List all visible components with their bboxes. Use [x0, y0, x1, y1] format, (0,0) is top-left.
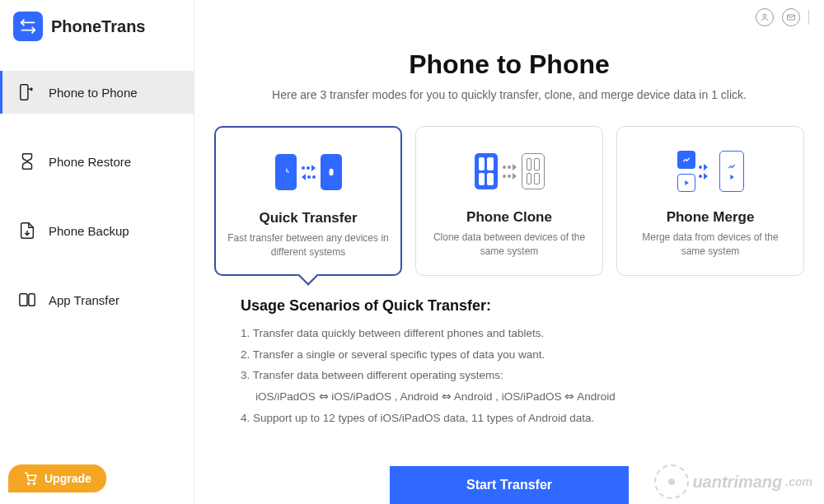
- topbar-divider: [808, 10, 809, 25]
- card-quick-transfer[interactable]: Quick Transfer Fast transfer between any…: [214, 126, 402, 276]
- nav: Phone to Phone Phone Restore Phone Backu…: [0, 71, 194, 321]
- scenarios: Usage Scenarios of Quick Transfer: 1. Tr…: [214, 297, 804, 428]
- app-transfer-icon: [17, 290, 37, 310]
- card-desc: Merge data from devices of the same syst…: [625, 231, 795, 259]
- svg-rect-2: [29, 294, 35, 306]
- cart-icon: [23, 471, 38, 486]
- page-subtitle: Here are 3 transfer modes for you to qui…: [214, 88, 804, 101]
- brand-name: PhoneTrans: [51, 17, 145, 36]
- sidebar-item-phone-backup[interactable]: Phone Backup: [0, 209, 194, 252]
- topbar: [756, 8, 809, 26]
- card-title: Quick Transfer: [259, 210, 357, 226]
- account-icon[interactable]: [756, 8, 774, 26]
- scenarios-heading: Usage Scenarios of Quick Transfer:: [241, 297, 788, 315]
- quick-transfer-icon: [275, 147, 342, 197]
- mode-cards: Quick Transfer Fast transfer between any…: [214, 126, 804, 276]
- main: Phone to Phone Here are 3 transfer modes…: [194, 0, 824, 504]
- brand-logo-icon: [13, 12, 43, 41]
- mail-icon[interactable]: [782, 8, 800, 26]
- phone-restore-icon: [17, 152, 37, 171]
- sidebar-item-phone-to-phone[interactable]: Phone to Phone: [0, 71, 194, 114]
- phone-to-phone-icon: [17, 82, 37, 102]
- page-title: Phone to Phone: [214, 49, 804, 80]
- start-transfer-button[interactable]: Start Transfer: [390, 466, 629, 504]
- scenario-line: 3. Transfer data between different opera…: [241, 365, 788, 386]
- scenario-line: 1. Transfer data quickly between differe…: [241, 323, 788, 344]
- scenario-line: 2. Transfer a single or several specific…: [241, 344, 788, 366]
- phone-backup-icon: [17, 221, 37, 240]
- start-transfer-label: Start Transfer: [466, 478, 552, 492]
- svg-point-4: [33, 483, 35, 484]
- sidebar-item-app-transfer[interactable]: App Transfer: [0, 278, 194, 321]
- svg-rect-1: [20, 294, 27, 306]
- phone-merge-icon: [677, 147, 744, 196]
- sidebar-item-label: Phone to Phone: [49, 86, 138, 100]
- phone-clone-icon: [475, 147, 545, 196]
- scenario-line: iOS/iPadOS ⇔ iOS/iPadOS , Android ⇔ Andr…: [241, 386, 788, 408]
- sidebar: PhoneTrans Phone to Phone Phone Restore …: [0, 0, 194, 504]
- card-desc: Clone data between devices of the same s…: [424, 231, 594, 259]
- watermark-gear-icon: [654, 464, 689, 499]
- svg-point-3: [28, 483, 30, 484]
- card-phone-clone[interactable]: Phone Clone Clone data between devices o…: [415, 126, 603, 276]
- card-phone-merge[interactable]: Phone Merge Merge data from devices of t…: [616, 126, 804, 276]
- sidebar-item-label: App Transfer: [49, 293, 119, 307]
- brand: PhoneTrans: [0, 0, 194, 56]
- sidebar-item-phone-restore[interactable]: Phone Restore: [0, 140, 194, 183]
- upgrade-label: Upgrade: [44, 472, 91, 485]
- card-title: Phone Merge: [667, 209, 755, 226]
- scenario-line: 4. Support up to 12 types of iOS/iPadOS …: [241, 408, 788, 429]
- svg-rect-0: [21, 85, 28, 100]
- sidebar-item-label: Phone Restore: [49, 155, 131, 169]
- card-title: Phone Clone: [466, 209, 552, 226]
- card-desc: Fast transfer between any devices in dif…: [224, 231, 392, 259]
- upgrade-button[interactable]: Upgrade: [8, 464, 106, 492]
- watermark: uantrimang .com: [654, 464, 812, 499]
- svg-point-5: [763, 14, 766, 17]
- sidebar-item-label: Phone Backup: [49, 224, 129, 238]
